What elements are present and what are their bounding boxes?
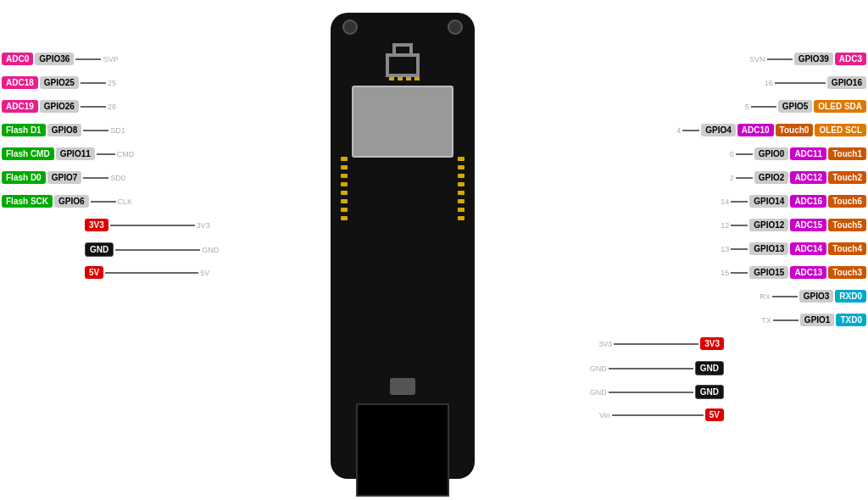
svg-rect-8 bbox=[398, 77, 403, 81]
board-label-3v3-left: 3V3 bbox=[197, 221, 210, 230]
svg-rect-1 bbox=[386, 57, 389, 74]
svg-rect-6 bbox=[392, 43, 413, 47]
pin-gpio-gpio3: GPIO3 bbox=[799, 290, 834, 303]
pin-func-touch6: Touch6 bbox=[828, 195, 866, 208]
board-label-svp: SVP bbox=[103, 55, 118, 64]
pin-row-adc19: ADC19 GPIO26 26 bbox=[2, 100, 116, 113]
pin-gpio-gpio25: GPIO25 bbox=[40, 76, 79, 89]
pin-label-5v-right: 5V bbox=[705, 408, 724, 421]
pin-func-rxd0: RXD0 bbox=[835, 290, 866, 303]
wire-flash-d0 bbox=[83, 177, 108, 179]
pin-row-flash-d0: Flash D0 GPIO7 SD0 bbox=[2, 171, 125, 184]
pin-gpio-gpio13: GPIO13 bbox=[749, 242, 788, 255]
board-label-16: 16 bbox=[765, 79, 773, 87]
pin-row-flash-d1: Flash D1 GPIO8 SD1 bbox=[2, 124, 125, 136]
pin-gpio-gpio2: GPIO2 bbox=[754, 171, 789, 184]
mounting-hole-tl bbox=[342, 19, 358, 35]
wire-rxd0 bbox=[772, 296, 798, 297]
board-label-sd0: SD0 bbox=[110, 174, 125, 182]
pin-row-5v-left: 5V 5V bbox=[85, 266, 209, 279]
pin-row-3v3-left: 3V3 3V3 bbox=[85, 219, 210, 231]
wire-vin-right bbox=[612, 414, 704, 416]
pin-func-touch2: Touch2 bbox=[828, 171, 866, 184]
pin-row-adc16: Touch6 ADC16 GPIO14 14 bbox=[721, 195, 866, 208]
svg-rect-2 bbox=[416, 57, 420, 74]
board-label-12: 12 bbox=[721, 221, 729, 230]
pin-gpio-gpio1: GPIO1 bbox=[800, 314, 835, 326]
pin-row-adc13: Touch3 ADC13 GPIO15 15 bbox=[721, 266, 866, 279]
wire-adc18 bbox=[81, 82, 106, 84]
wire-adc12 bbox=[736, 177, 753, 179]
pin-row-flash-cmd: Flash CMD GPIO11 CMD bbox=[2, 147, 134, 160]
board-label-2: 2 bbox=[730, 174, 734, 182]
board-label-14: 14 bbox=[721, 197, 729, 206]
wire-5v-left bbox=[105, 272, 198, 274]
pin-label-5v-left: 5V bbox=[85, 266, 103, 279]
svg-rect-7 bbox=[389, 77, 394, 81]
pin-func-flash-sck: Flash SCK bbox=[2, 195, 53, 208]
pin-row-3v3-right: 3V3 3V3 bbox=[598, 337, 724, 350]
mounting-hole-tr bbox=[448, 19, 463, 35]
wire-3v3-left bbox=[110, 225, 195, 226]
pin-gpio-gpio4: GPIO4 bbox=[701, 124, 736, 136]
wire-adc19 bbox=[81, 106, 106, 108]
wire-txd0 bbox=[773, 319, 798, 321]
wire-gnd-right2 bbox=[609, 392, 693, 393]
pin-row-adc12: Touch2 ADC12 GPIO2 2 bbox=[730, 171, 866, 184]
board-label-cmd: CMD bbox=[117, 150, 135, 158]
pin-gpio-gpio14: GPIO14 bbox=[749, 195, 788, 208]
pin-func-adc13: ADC13 bbox=[790, 266, 826, 279]
board-label-gnd-right1: GND bbox=[590, 364, 607, 373]
pin-row-oled-sda: OLED SDA GPIO5 5 bbox=[745, 100, 866, 113]
pin-gpio-gpio7: GPIO7 bbox=[47, 171, 82, 184]
pin-func-touch5: Touch5 bbox=[828, 219, 866, 231]
pin-func-adc15: ADC15 bbox=[790, 219, 826, 231]
pin-label-gnd-right2: GND bbox=[695, 385, 724, 399]
pin-gpio-gpio26: GPIO26 bbox=[40, 100, 79, 113]
pin-gpio-gpio36: GPIO36 bbox=[35, 53, 74, 65]
pin-label-gnd-left: GND bbox=[85, 242, 114, 257]
wire-oled-sda bbox=[751, 106, 776, 108]
wire-flash-d1 bbox=[83, 130, 108, 131]
svg-rect-9 bbox=[406, 77, 411, 81]
pin-gpio-gpio0: GPIO0 bbox=[754, 147, 789, 160]
wire-adc15 bbox=[731, 225, 748, 226]
board-label-3v3-right: 3V3 bbox=[598, 340, 612, 348]
pin-row-gpio16: GPIO16 16 bbox=[765, 76, 866, 89]
board-label-0: 0 bbox=[730, 150, 734, 158]
pin-func-oled-sda: OLED SDA bbox=[814, 100, 866, 113]
wire-gnd-right1 bbox=[609, 368, 693, 369]
wire-adc10 bbox=[682, 130, 699, 131]
pin-func-touch4: Touch4 bbox=[828, 242, 866, 255]
pin-gpio-gpio15: GPIO15 bbox=[749, 266, 788, 279]
board-label-sd1: SD1 bbox=[110, 126, 125, 135]
pin-func-flash-d0: Flash D0 bbox=[2, 171, 46, 184]
svg-rect-10 bbox=[415, 77, 420, 81]
board-label-gnd-left: GND bbox=[202, 246, 219, 254]
module-chip bbox=[352, 86, 453, 158]
wire-gnd-left bbox=[115, 249, 200, 251]
board-label-13: 13 bbox=[721, 245, 729, 253]
pin-row-adc14: Touch4 ADC14 GPIO13 13 bbox=[721, 242, 866, 255]
pin-gpio-gpio11: GPIO11 bbox=[56, 147, 95, 160]
pin-func-adc3: ADC3 bbox=[835, 53, 866, 65]
pin-func-oled-scl: OLED SCL bbox=[815, 124, 866, 136]
pin-row-adc15: Touch5 ADC15 GPIO12 12 bbox=[721, 219, 866, 231]
pin-gpio-gpio12: GPIO12 bbox=[749, 219, 788, 231]
board-label-svn: SVN bbox=[749, 55, 765, 64]
pin-func-adc12: ADC12 bbox=[790, 171, 826, 184]
pin-func-adc14: ADC14 bbox=[790, 242, 826, 255]
wire-gpio16 bbox=[775, 82, 826, 84]
lcd-screen bbox=[356, 403, 449, 497]
board-label-rx: RX bbox=[760, 292, 771, 301]
svg-rect-0 bbox=[386, 74, 420, 77]
wire-adc16 bbox=[731, 201, 748, 203]
pin-func-txd0: TXD0 bbox=[836, 314, 866, 326]
pin-gpio-gpio16: GPIO16 bbox=[827, 76, 866, 89]
antenna-svg bbox=[377, 40, 428, 82]
board-label-4: 4 bbox=[676, 126, 681, 135]
wire-adc3 bbox=[767, 58, 793, 60]
pin-func-adc0: ADC0 bbox=[2, 53, 33, 65]
pin-row-adc3: ADC3 GPIO39 SVN bbox=[749, 53, 866, 65]
pin-label-gnd-right1: GND bbox=[695, 361, 724, 375]
